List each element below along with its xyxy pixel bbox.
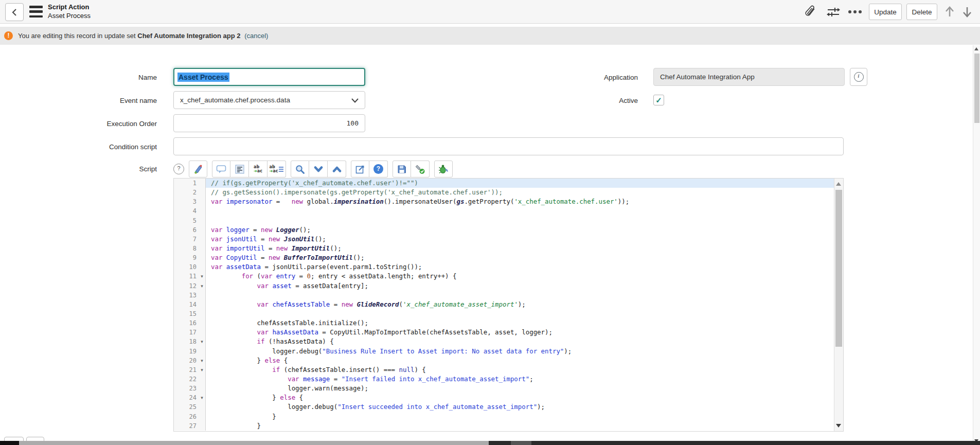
code-line[interactable]: 2// gs.getSession().impersonate(gs.getPr… xyxy=(174,188,834,197)
event-name-label: Event name xyxy=(75,97,157,104)
code-text: var importUtil = new ImportUtil(); xyxy=(206,244,834,253)
personalize-form-button[interactable] xyxy=(826,5,841,19)
find-next-button[interactable] xyxy=(309,161,328,177)
fold-arrow-icon[interactable]: ▾ xyxy=(199,365,206,375)
code-text xyxy=(206,309,834,318)
code-line[interactable]: 19 logger.debug("Business Rule Insert to… xyxy=(174,347,834,356)
code-line[interactable]: 24▾ } else { xyxy=(174,393,834,402)
code-line[interactable]: 12▾ var asset = assetData[entry]; xyxy=(174,281,834,291)
horizontal-scrollbar[interactable] xyxy=(0,441,980,445)
chevron-up-bold-icon xyxy=(332,166,342,173)
code-line[interactable]: 27 } xyxy=(174,421,834,431)
selected-text: Asset Process xyxy=(177,73,229,82)
fold-arrow-icon[interactable]: ▾ xyxy=(199,393,206,402)
code-line[interactable]: 10var assetData = jsonUtil.parse(event.p… xyxy=(174,262,834,272)
syntax-check-button[interactable] xyxy=(411,161,430,177)
code-line[interactable]: 21▾ if (chefAssetsTable.insert() === nul… xyxy=(174,365,834,375)
code-line[interactable]: 6var logger = new Logger(); xyxy=(174,225,834,235)
code-line[interactable]: 15 xyxy=(174,309,834,318)
search-button[interactable] xyxy=(291,161,309,177)
execution-order-input[interactable]: 100 xyxy=(173,114,365,132)
code-line[interactable]: 3var impersonator = new global.impersina… xyxy=(174,197,834,206)
update-set-banner: ! You are editing this record in update … xyxy=(0,27,980,45)
code-line[interactable]: 1// if(gs.getProperty('x_chef_automate.c… xyxy=(174,179,834,188)
code-line[interactable]: 25 logger.debug("Insert succeeded into x… xyxy=(174,402,834,412)
debug-button[interactable] xyxy=(434,161,453,177)
format-code-button[interactable] xyxy=(230,161,249,177)
code-line[interactable]: 14 var chefAssetsTable = new GlideRecord… xyxy=(174,300,834,309)
fold-spacer xyxy=(199,347,206,356)
editor-scrollbar-thumb[interactable] xyxy=(835,190,842,347)
form-context-menu-icon[interactable] xyxy=(29,6,43,17)
line-number: 8 xyxy=(174,244,199,253)
code-line[interactable]: 17 var hasAssetData = CopyUtil.MapToImpo… xyxy=(174,328,834,337)
fold-spacer xyxy=(199,309,206,318)
code-line[interactable]: 7var jsonUtil = new JsonUtil(); xyxy=(174,235,834,244)
application-info-button[interactable]: i xyxy=(850,68,867,86)
condition-script-input[interactable] xyxy=(173,137,844,155)
code-line[interactable]: 13 xyxy=(174,291,834,300)
script-editor[interactable]: 1// if(gs.getProperty('x_chef_automate.c… xyxy=(173,178,844,432)
open-fullscreen-button[interactable] xyxy=(351,161,369,177)
code-line[interactable]: 22 var message = "Insert failed into x_c… xyxy=(174,375,834,384)
field-help-icon[interactable]: ? xyxy=(173,164,184,174)
replace-button[interactable]: ab ➜ac xyxy=(249,161,268,177)
scroll-down-icon[interactable] xyxy=(836,424,841,428)
update-button[interactable]: Update xyxy=(869,4,902,20)
fold-arrow-icon[interactable]: ▾ xyxy=(199,356,206,365)
event-name-select[interactable]: x_chef_automate.chef.process.data xyxy=(173,91,365,109)
banner-text: You are editing this record in update se… xyxy=(18,32,268,40)
fold-spacer xyxy=(199,235,206,244)
cancel-link[interactable]: (cancel) xyxy=(244,32,268,40)
check-stamp-icon xyxy=(415,164,425,174)
fold-arrow-icon[interactable]: ▾ xyxy=(199,337,206,346)
name-input[interactable]: Asset Process xyxy=(173,68,365,86)
active-checkbox[interactable]: ✓ xyxy=(653,95,664,105)
editor-help-button[interactable]: ? xyxy=(369,161,388,177)
attachment-button[interactable] xyxy=(804,5,818,19)
page-scrollbar-thumb[interactable] xyxy=(974,54,979,123)
code-line[interactable]: 16 chefAssetsTable.initialize(); xyxy=(174,318,834,328)
code-line[interactable]: 23 logger.warn(message); xyxy=(174,384,834,393)
page-title: Script Action xyxy=(48,3,91,11)
code-line[interactable]: 11▾ for (var entry = 0; entry < assetDat… xyxy=(174,272,834,281)
back-button[interactable] xyxy=(5,3,24,21)
code-line[interactable]: 26 } xyxy=(174,412,834,421)
code-line[interactable]: 18▾ if (!hasAssetData) { xyxy=(174,337,834,346)
code-text xyxy=(206,291,834,300)
code-text: chefAssetsTable.initialize(); xyxy=(206,318,834,328)
line-number: 6 xyxy=(174,225,199,235)
more-options-button[interactable] xyxy=(848,5,862,19)
previous-record-button[interactable] xyxy=(942,5,957,19)
fold-arrow-icon[interactable]: ▾ xyxy=(199,272,206,281)
toggle-comment-button[interactable] xyxy=(212,161,230,177)
code-line[interactable]: 4 xyxy=(174,206,834,216)
page-scrollbar[interactable] xyxy=(973,45,980,445)
line-number: 5 xyxy=(174,216,199,225)
code-text: logger.debug("Business Rule Insert to As… xyxy=(206,347,834,356)
syntax-editor-button[interactable] xyxy=(189,161,207,177)
fold-spacer xyxy=(199,384,206,393)
code-line[interactable]: 20▾ } else { xyxy=(174,356,834,365)
delete-button[interactable]: Delete xyxy=(906,4,937,20)
fold-arrow-icon[interactable]: ▾ xyxy=(199,281,206,291)
execution-order-label: Execution Order xyxy=(75,120,157,128)
find-previous-button[interactable] xyxy=(328,161,346,177)
editor-scrollbar[interactable] xyxy=(834,179,843,431)
code-line[interactable]: 5 xyxy=(174,216,834,225)
application-value: Chef Automate Integration App xyxy=(660,73,755,81)
code-line[interactable]: 8var importUtil = new ImportUtil(); xyxy=(174,244,834,253)
context-menu-icon xyxy=(848,10,862,13)
code-line[interactable]: 9var CopyUtil = new BufferToImportUtil()… xyxy=(174,253,834,262)
fold-spacer xyxy=(199,244,206,253)
save-button[interactable] xyxy=(393,161,411,177)
horizontal-scrollbar-thumb[interactable] xyxy=(19,441,489,445)
green-arrow-icon: ➜ xyxy=(254,169,257,173)
arrow-down-icon xyxy=(961,5,973,19)
next-record-button[interactable] xyxy=(960,5,974,19)
code-text: var asset = assetData[entry]; xyxy=(206,281,834,291)
code-lines[interactable]: 1// if(gs.getProperty('x_chef_automate.c… xyxy=(174,179,834,431)
replace-all-button[interactable]: ab ➜ac xyxy=(268,161,286,177)
scroll-up-icon[interactable] xyxy=(836,182,841,186)
page-scroll-up-icon[interactable] xyxy=(974,47,978,50)
